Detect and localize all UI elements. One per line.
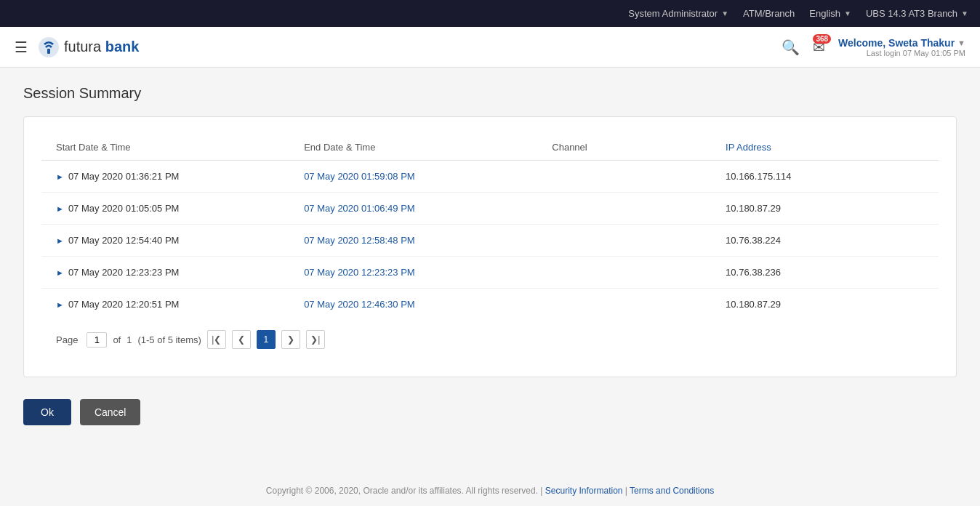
col-ip-address: IP Address — [726, 142, 924, 153]
table-row: ► 07 May 2020 12:20:51 PM 07 May 2020 12… — [41, 289, 939, 320]
start-date-0: 07 May 2020 01:36:21 PM — [68, 171, 180, 182]
row-start-date-4: ► 07 May 2020 12:20:51 PM — [56, 299, 304, 310]
row-end-date-0: 07 May 2020 01:59:08 PM — [304, 171, 552, 182]
start-date-3: 07 May 2020 12:23:23 PM — [68, 267, 180, 278]
language-chevron: ▼ — [844, 9, 851, 17]
table-body: ► 07 May 2020 01:36:21 PM 07 May 2020 01… — [41, 161, 939, 320]
table-header: Start Date & Time End Date & Time Channe… — [41, 134, 939, 161]
prev-page-button[interactable]: ❮ — [232, 330, 251, 349]
row-start-date-0: ► 07 May 2020 01:36:21 PM — [56, 171, 304, 182]
logo-text: futura bank — [64, 39, 139, 55]
table-row: ► 07 May 2020 12:23:23 PM 07 May 2020 12… — [41, 257, 939, 289]
footer: Copyright © 2006, 2020, Oracle and/or it… — [0, 477, 980, 505]
row-ip-4: 10.180.87.29 — [726, 299, 924, 310]
branch-label: UBS 14.3 AT3 Branch — [866, 8, 957, 19]
page-label: Page — [56, 334, 78, 345]
user-name: Welcome, Sweta Thakur — [838, 37, 955, 49]
logo: futura bank — [38, 36, 139, 58]
pagination: Page of 1 (1-5 of 5 items) |❮ ❮ 1 ❯ ❯| — [41, 320, 939, 359]
table-row: ► 07 May 2020 01:36:21 PM 07 May 2020 01… — [41, 161, 939, 193]
system-admin-menu[interactable]: System Administrator ▼ — [628, 8, 728, 19]
next-page-button[interactable]: ❯ — [281, 330, 300, 349]
start-date-1: 07 May 2020 01:05:05 PM — [68, 203, 180, 214]
expand-arrow-4[interactable]: ► — [56, 300, 64, 309]
terms-link[interactable]: Terms and Conditions — [630, 486, 714, 496]
row-ip-3: 10.76.38.236 — [726, 267, 924, 278]
row-start-date-3: ► 07 May 2020 12:23:23 PM — [56, 267, 304, 278]
system-admin-chevron: ▼ — [721, 9, 728, 17]
row-end-date-1: 07 May 2020 01:06:49 PM — [304, 203, 552, 214]
last-login: Last login 07 May 01:05 PM — [838, 49, 965, 57]
start-date-4: 07 May 2020 12:20:51 PM — [68, 299, 180, 310]
col-channel: Channel — [552, 142, 726, 153]
language-label: English — [809, 8, 840, 19]
hamburger-menu[interactable]: ☰ — [15, 39, 28, 56]
col-start-date: Start Date & Time — [56, 142, 304, 153]
expand-arrow-3[interactable]: ► — [56, 268, 64, 277]
row-end-date-4: 07 May 2020 12:46:30 PM — [304, 299, 552, 310]
main-content: Session Summary Start Date & Time End Da… — [0, 68, 980, 477]
session-summary-card: Start Date & Time End Date & Time Channe… — [23, 116, 957, 377]
table-row: ► 07 May 2020 01:05:05 PM 07 May 2020 01… — [41, 193, 939, 225]
ok-button[interactable]: Ok — [23, 399, 71, 425]
expand-arrow-0[interactable]: ► — [56, 172, 64, 181]
cancel-button[interactable]: Cancel — [80, 399, 141, 425]
row-end-date-2: 07 May 2020 12:58:48 PM — [304, 235, 552, 246]
col-end-date: End Date & Time — [304, 142, 552, 153]
page-number-input[interactable] — [87, 332, 107, 348]
logo-icon — [38, 36, 60, 58]
footer-text: Copyright © 2006, 2020, Oracle and/or it… — [266, 486, 545, 496]
branch-menu[interactable]: UBS 14.3 AT3 Branch ▼ — [866, 8, 968, 19]
branch-chevron: ▼ — [961, 9, 968, 17]
row-start-date-2: ► 07 May 2020 12:54:40 PM — [56, 235, 304, 246]
header-left: ☰ futura bank — [15, 36, 139, 58]
expand-arrow-2[interactable]: ► — [56, 236, 64, 245]
first-page-button[interactable]: |❮ — [207, 330, 226, 349]
table-row: ► 07 May 2020 12:54:40 PM 07 May 2020 12… — [41, 225, 939, 257]
language-menu[interactable]: English ▼ — [809, 8, 851, 19]
row-ip-1: 10.180.87.29 — [726, 203, 924, 214]
page-1-button[interactable]: 1 — [257, 330, 276, 349]
security-info-link[interactable]: Security Information — [545, 486, 623, 496]
atm-branch-menu[interactable]: ATM/Branch — [743, 8, 795, 19]
footer-separator: | — [623, 486, 630, 496]
header: ☰ futura bank 🔍 ✉ 368 Welcome, Sweta Tha… — [0, 27, 980, 68]
mail-wrap[interactable]: ✉ 368 — [813, 39, 825, 56]
atm-branch-label: ATM/Branch — [743, 8, 795, 19]
action-buttons: Ok Cancel — [23, 377, 957, 433]
svg-point-0 — [39, 37, 59, 57]
items-info: (1-5 of 5 items) — [137, 334, 201, 345]
start-date-2: 07 May 2020 12:54:40 PM — [68, 235, 180, 246]
row-end-date-3: 07 May 2020 12:23:23 PM — [304, 267, 552, 278]
user-chevron: ▼ — [957, 39, 965, 47]
total-pages: 1 — [126, 334, 132, 345]
page-title: Session Summary — [23, 85, 957, 102]
header-right: 🔍 ✉ 368 Welcome, Sweta Thakur ▼ Last log… — [782, 37, 965, 57]
last-page-button[interactable]: ❯| — [306, 330, 325, 349]
top-navigation: System Administrator ▼ ATM/Branch Englis… — [0, 0, 980, 27]
svg-rect-1 — [47, 49, 50, 54]
row-ip-2: 10.76.38.224 — [726, 235, 924, 246]
expand-arrow-1[interactable]: ► — [56, 204, 64, 213]
row-ip-0: 10.166.175.114 — [726, 171, 924, 182]
user-info[interactable]: Welcome, Sweta Thakur ▼ Last login 07 Ma… — [838, 37, 965, 57]
row-start-date-1: ► 07 May 2020 01:05:05 PM — [56, 203, 304, 214]
system-admin-label: System Administrator — [628, 8, 718, 19]
of-label: of — [113, 334, 121, 345]
search-icon[interactable]: 🔍 — [782, 39, 800, 56]
mail-badge: 368 — [813, 34, 831, 44]
